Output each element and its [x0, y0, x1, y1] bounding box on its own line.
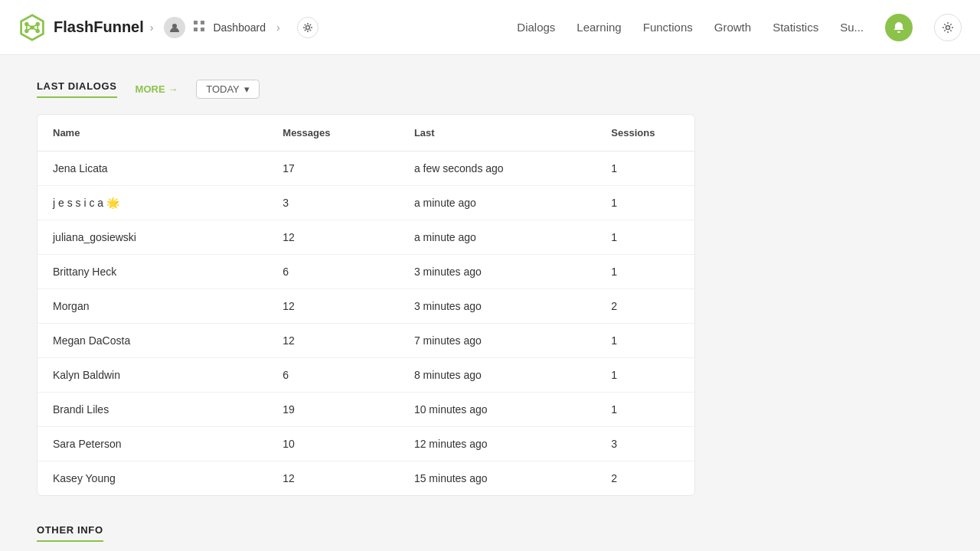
breadcrumb-arrow-2: › — [276, 21, 280, 34]
cell-name: Kalyn Baldwin — [38, 358, 267, 393]
cell-sessions: 1 — [596, 186, 694, 220]
settings-button[interactable] — [934, 14, 962, 41]
svg-rect-14 — [201, 21, 204, 24]
cell-last: 3 minutes ago — [399, 255, 596, 289]
cell-name: Megan DaCosta — [38, 324, 267, 358]
logo-area: FlashFunnel — [18, 14, 144, 41]
cell-last: a minute ago — [399, 220, 596, 255]
table-row[interactable]: Kasey Young 12 15 minutes ago 2 — [38, 461, 694, 496]
table-row[interactable]: j e s s i c a 🌟 3 a minute ago 1 — [38, 186, 694, 220]
table-row[interactable]: Megan DaCosta 12 7 minutes ago 1 — [38, 324, 694, 358]
filter-today-button[interactable]: TODAY ▾ — [196, 80, 260, 99]
table-row[interactable]: Sara Peterson 10 12 minutes ago 3 — [38, 427, 694, 461]
table-header-row: Name Messages Last Sessions — [38, 115, 694, 152]
cell-sessions: 1 — [596, 220, 694, 255]
cell-name: Brandi Liles — [38, 393, 267, 427]
breadcrumb: › Dashboard › — [144, 17, 318, 38]
last-dialogs-title: LAST DIALOGS — [37, 80, 117, 98]
cell-messages: 3 — [267, 186, 399, 220]
cell-last: 3 minutes ago — [399, 289, 596, 324]
cell-last: 15 minutes ago — [399, 461, 596, 496]
cell-sessions: 1 — [596, 255, 694, 289]
chevron-down-icon: ▾ — [244, 83, 250, 95]
cell-messages: 10 — [267, 427, 399, 461]
breadcrumb-user-icon[interactable] — [164, 17, 185, 38]
cell-name: Sara Peterson — [38, 427, 267, 461]
logo-icon — [18, 14, 46, 41]
breadcrumb-settings-icon[interactable] — [297, 17, 318, 38]
main-content: LAST DIALOGS MORE → TODAY ▾ Name Message… — [0, 55, 980, 551]
cell-messages: 12 — [267, 324, 399, 358]
app-name: FlashFunnel — [54, 18, 144, 36]
more-link[interactable]: MORE → — [136, 83, 178, 95]
cell-last: 7 minutes ago — [399, 324, 596, 358]
table-row[interactable]: Brittany Heck 6 3 minutes ago 1 — [38, 255, 694, 289]
svg-point-18 — [946, 25, 950, 29]
dialogs-table: Name Messages Last Sessions Jena Licata … — [38, 115, 694, 495]
cell-messages: 12 — [267, 461, 399, 496]
cell-last: 8 minutes ago — [399, 358, 596, 393]
cell-sessions: 2 — [596, 461, 694, 496]
nav-growth[interactable]: Growth — [714, 21, 751, 34]
cell-sessions: 3 — [596, 427, 694, 461]
cell-name: Jena Licata — [38, 152, 267, 186]
dialogs-table-container: Name Messages Last Sessions Jena Licata … — [37, 114, 695, 496]
notification-button[interactable] — [885, 14, 913, 41]
main-nav: Dialogs Learning Functions Growth Statis… — [517, 14, 962, 41]
cell-sessions: 1 — [596, 393, 694, 427]
cell-name: j e s s i c a 🌟 — [38, 186, 267, 220]
other-info-section: OTHER INFO — [37, 523, 943, 542]
nav-support[interactable]: Su... — [840, 21, 864, 34]
breadcrumb-arrow-1: › — [150, 21, 154, 34]
cell-name: Brittany Heck — [38, 255, 267, 289]
table-row[interactable]: Brandi Liles 19 10 minutes ago 1 — [38, 393, 694, 427]
table-row[interactable]: juliana_gosiewski 12 a minute ago 1 — [38, 220, 694, 255]
col-header-name: Name — [38, 115, 267, 152]
svg-rect-13 — [194, 21, 198, 24]
cell-name: Morgan — [38, 289, 267, 324]
col-header-messages: Messages — [267, 115, 399, 152]
cell-messages: 12 — [267, 289, 399, 324]
cell-last: a minute ago — [399, 186, 596, 220]
nav-dialogs[interactable]: Dialogs — [517, 21, 555, 34]
cell-name: Kasey Young — [38, 461, 267, 496]
svg-point-17 — [305, 25, 309, 29]
cell-last: 10 minutes ago — [399, 393, 596, 427]
cell-name: juliana_gosiewski — [38, 220, 267, 255]
table-row[interactable]: Kalyn Baldwin 6 8 minutes ago 1 — [38, 358, 694, 393]
cell-messages: 12 — [267, 220, 399, 255]
svg-rect-15 — [194, 28, 198, 31]
header: FlashFunnel › Dashboard › Dialogs Learni… — [0, 0, 980, 55]
cell-messages: 17 — [267, 152, 399, 186]
nav-statistics[interactable]: Statistics — [773, 21, 818, 34]
breadcrumb-dashboard[interactable]: Dashboard — [213, 21, 266, 34]
cell-messages: 19 — [267, 393, 399, 427]
col-header-last: Last — [399, 115, 596, 152]
cell-sessions: 1 — [596, 358, 694, 393]
section-header: LAST DIALOGS MORE → TODAY ▾ — [37, 80, 943, 99]
svg-rect-16 — [201, 28, 204, 31]
nav-learning[interactable]: Learning — [577, 21, 621, 34]
cell-last: 12 minutes ago — [399, 427, 596, 461]
cell-sessions: 1 — [596, 152, 694, 186]
nav-functions[interactable]: Functions — [643, 21, 693, 34]
col-header-sessions: Sessions — [596, 115, 694, 152]
breadcrumb-grid-icon — [193, 20, 205, 35]
other-info-title: OTHER INFO — [37, 524, 103, 542]
cell-sessions: 1 — [596, 324, 694, 358]
table-row[interactable]: Jena Licata 17 a few seconds ago 1 — [38, 152, 694, 186]
table-row[interactable]: Morgan 12 3 minutes ago 2 — [38, 289, 694, 324]
cell-messages: 6 — [267, 255, 399, 289]
cell-messages: 6 — [267, 358, 399, 393]
cell-sessions: 2 — [596, 289, 694, 324]
cell-last: a few seconds ago — [399, 152, 596, 186]
